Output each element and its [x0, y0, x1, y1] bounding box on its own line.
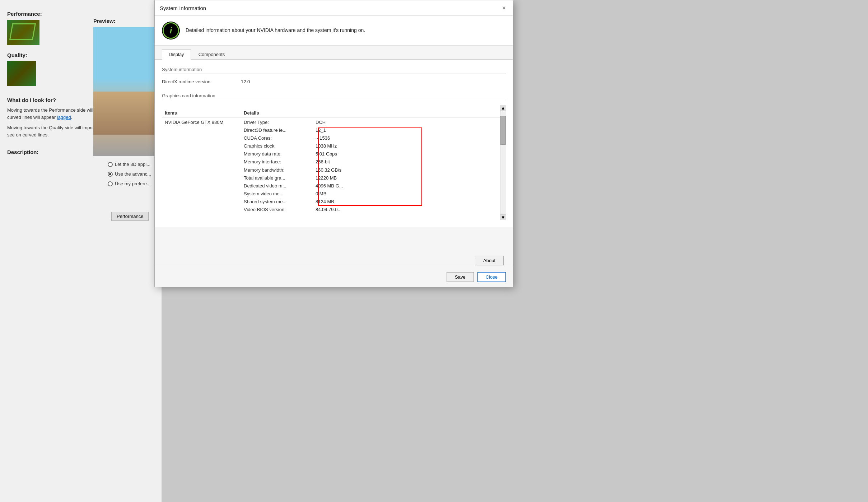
detail-row: CUDA Cores:~ 1536: [244, 134, 503, 142]
tab-components[interactable]: Components: [192, 49, 232, 59]
what-text2: Moving towards the Quality side will imp…: [7, 125, 107, 130]
dialog-titlebar: System Information ×: [155, 0, 513, 16]
detail-value: 12220 MB: [316, 174, 337, 182]
radio-label-1: Let the 3D appl...: [115, 162, 150, 167]
detail-value: 5.01 Gbps: [316, 150, 337, 158]
detail-key: System video me...: [244, 190, 316, 198]
radio-label-3: Use my prefere...: [115, 181, 151, 186]
nvidia-icon-ring: [163, 22, 179, 39]
detail-value: 0 MB: [316, 190, 326, 198]
gc-table: Items Details NVIDIA GeForce GTX 980M Dr…: [162, 109, 506, 215]
table-row: NVIDIA GeForce GTX 980M Driver Type:DCHD…: [162, 117, 506, 215]
dialog-content: System information DirectX runtime versi…: [155, 60, 513, 227]
gpu-name: NVIDIA GeForce GTX 980M: [162, 117, 241, 215]
detail-value: 160.32 GB/s: [316, 166, 341, 174]
detail-value: 12_1: [316, 126, 326, 134]
radio-circle-1[interactable]: [108, 162, 113, 167]
detail-key: Direct3D feature le...: [244, 126, 316, 134]
detail-row: Memory data rate:5.01 Gbps: [244, 150, 503, 158]
detail-key: Driver Type:: [244, 118, 316, 126]
system-info-dialog: System Information × Detailed informatio…: [154, 0, 513, 287]
close-icon[interactable]: ×: [500, 4, 508, 12]
detail-row: Shared system me...8124 MB: [244, 198, 503, 206]
detail-row: Memory interface:256-bit: [244, 158, 503, 166]
gc-section-header: Graphics card information: [162, 93, 506, 100]
col-details: Details: [241, 109, 506, 117]
about-button-container: About: [475, 256, 504, 265]
dialog-header-text: Detailed information about your NVIDIA h…: [186, 27, 365, 34]
table-header-row: Items Details: [162, 109, 506, 117]
details-cell: Driver Type:DCHDirect3D feature le...12_…: [241, 117, 506, 215]
scroll-up-button[interactable]: ▲: [500, 105, 506, 111]
table-wrapper: Items Details NVIDIA GeForce GTX 980M Dr…: [162, 105, 506, 220]
tabs-row: Display Components: [155, 46, 513, 60]
detail-value: 84.04.79.0...: [316, 206, 341, 214]
detail-key: Memory interface:: [244, 158, 316, 166]
detail-row: Dedicated video m...4096 MB G...: [244, 182, 503, 190]
radio-label-2: Use the advanc...: [115, 171, 151, 177]
detail-key: Video BIOS version:: [244, 206, 316, 214]
scroll-down-button[interactable]: ▼: [500, 214, 506, 220]
detail-key: CUDA Cores:: [244, 134, 316, 142]
nvidia-info-icon: [162, 22, 180, 39]
dialog-buttons: Save Close: [155, 267, 513, 287]
tab-display[interactable]: Display: [162, 49, 191, 60]
quality-thumbnail: [7, 61, 36, 86]
directx-label: DirectX runtime version:: [162, 79, 241, 84]
performance-thumbnail: [7, 20, 39, 45]
detail-value: 8124 MB: [316, 198, 334, 206]
detail-key: Total available gra...: [244, 174, 316, 182]
about-button[interactable]: About: [475, 256, 504, 265]
detail-row: Driver Type:DCH: [244, 118, 503, 126]
detail-value: 4096 MB G...: [316, 182, 343, 190]
detail-row: Memory bandwidth:160.32 GB/s: [244, 166, 503, 174]
performance-button[interactable]: Performance: [111, 212, 149, 221]
dialog-title: System Information: [160, 5, 206, 11]
gc-section: Graphics card information Items Details …: [162, 93, 506, 220]
detail-row: Graphics clock:1038 MHz: [244, 142, 503, 150]
details-inner: Driver Type:DCHDirect3D feature le...12_…: [244, 118, 503, 214]
detail-key: Memory bandwidth:: [244, 166, 316, 174]
system-info-section-header: System information: [162, 67, 506, 74]
detail-value: ~ 1536: [316, 134, 330, 142]
detail-row: System video me...0 MB: [244, 190, 503, 198]
detail-row: Video BIOS version:84.04.79.0...: [244, 206, 503, 214]
radio-circle-2[interactable]: [108, 172, 113, 177]
directx-row: DirectX runtime version: 12.0: [162, 79, 506, 84]
detail-value: DCH: [316, 118, 326, 126]
scrollbar-thumb[interactable]: [500, 116, 506, 145]
detail-key: Shared system me...: [244, 198, 316, 206]
detail-row: Total available gra...12220 MB: [244, 174, 503, 182]
detail-value: 1038 MHz: [316, 142, 337, 150]
detail-key: Memory data rate:: [244, 150, 316, 158]
preview-image: [93, 27, 156, 156]
jagged-link[interactable]: jagged: [57, 115, 71, 120]
scrollbar-track: ▲ ▼: [500, 105, 506, 220]
radio-circle-3[interactable]: [108, 181, 113, 186]
performance-label: Performance:: [7, 11, 154, 17]
detail-key: Dedicated video m...: [244, 182, 316, 190]
directx-value: 12.0: [241, 79, 250, 84]
col-items: Items: [162, 109, 241, 117]
dialog-header: Detailed information about your NVIDIA h…: [155, 16, 513, 46]
detail-key: Graphics clock:: [244, 142, 316, 150]
close-button[interactable]: Close: [477, 272, 506, 282]
detail-row: Direct3D feature le...12_1: [244, 126, 503, 134]
detail-value: 256-bit: [316, 158, 330, 166]
save-button[interactable]: Save: [447, 272, 474, 282]
